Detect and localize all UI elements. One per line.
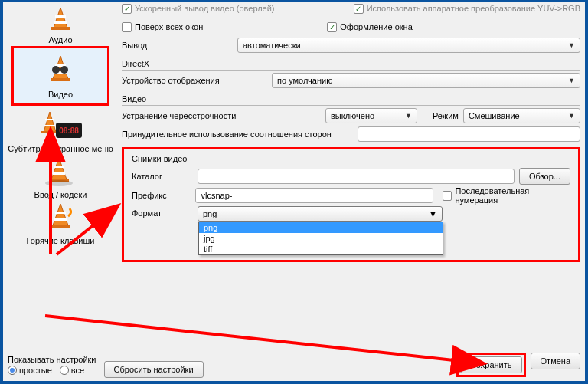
chevron-down-icon: ▼ — [405, 112, 412, 120]
input-snapshot-dir[interactable] — [198, 169, 514, 184]
preferences-sidebar: Аудио Видео 08:88 Субтитры / экранное ме… — [7, 2, 114, 245]
svg-text:08:88: 08:88 — [59, 126, 79, 135]
label-snapshot-dir: Каталог — [132, 172, 193, 181]
checkbox-window-decorations[interactable]: ✓Оформление окна — [327, 22, 412, 32]
chevron-down-icon: ▼ — [568, 112, 575, 120]
section-header-video: Видео — [122, 92, 580, 106]
sidebar-item-subtitles[interactable]: 08:88 Субтитры / экранное меню — [7, 107, 114, 153]
label-force-aspect: Принудительное использование соотношения… — [122, 130, 353, 139]
chevron-down-icon: ▼ — [568, 41, 575, 49]
svg-rect-13 — [44, 125, 55, 126]
svg-rect-19 — [53, 172, 65, 175]
sidebar-item-video[interactable]: Видео — [11, 46, 109, 106]
label-deinterlace-mode: Режим — [433, 111, 459, 120]
sidebar-item-label: Ввод / кодеки — [7, 190, 114, 199]
cone-icon — [44, 156, 77, 189]
group-video-snapshots: Снимки видео Каталог Обзор... Префикс vl… — [122, 147, 580, 262]
input-force-aspect[interactable] — [358, 126, 580, 142]
sidebar-item-audio[interactable]: Аудио — [7, 2, 114, 44]
svg-rect-18 — [54, 166, 64, 168]
select-value: автоматически — [243, 41, 301, 50]
dropdown-list: png jpg tiff — [198, 222, 443, 255]
cancel-button[interactable]: Отмена — [531, 353, 580, 369]
svg-rect-25 — [51, 225, 70, 228]
dropdown-option[interactable]: png — [199, 222, 443, 233]
input-value: vlcsnap- — [201, 191, 232, 200]
sidebar-item-label: Аудио — [7, 35, 114, 44]
select-value: Смешивание — [469, 111, 520, 120]
svg-rect-24 — [54, 218, 67, 221]
input-snapshot-prefix[interactable]: vlcsnap- — [195, 188, 433, 203]
group-header: Снимки видео — [132, 154, 570, 163]
chevron-down-icon: ▼ — [568, 77, 575, 84]
sidebar-item-label: Субтитры / экранное меню — [7, 144, 114, 153]
select-snapshot-format[interactable]: png ▼ png jpg tiff — [198, 206, 443, 222]
select-value: по умолчанию — [277, 76, 332, 85]
cone-icon — [47, 5, 74, 34]
main-panel: ✓Ускоренный вывод видео (оверлей) ✓Испол… — [122, 2, 580, 350]
sidebar-item-hotkeys[interactable]: Горячие клавиши — [7, 199, 114, 245]
checkbox-label: Использовать аппаратное преобразование Y… — [367, 4, 580, 13]
sidebar-item-label: Горячие клавиши — [7, 236, 114, 245]
label-snapshot-prefix: Префикс — [132, 191, 191, 200]
select-deinterlace[interactable]: выключено ▼ — [325, 108, 417, 123]
select-deinterlace-mode[interactable]: Смешивание ▼ — [463, 108, 580, 123]
checkbox-label: Последовательная нумерация — [455, 186, 570, 205]
label-show-settings: Показывать настройки — [8, 355, 96, 364]
sidebar-item-input-codecs[interactable]: Ввод / кодеки — [7, 153, 114, 199]
cone-icon — [45, 202, 76, 235]
select-value: png — [203, 209, 217, 218]
save-highlight: Сохранить — [456, 353, 526, 377]
cone-icon — [45, 53, 76, 88]
select-value: выключено — [331, 111, 374, 120]
radio-all-settings[interactable]: все — [60, 366, 84, 375]
chevron-down-icon: ▼ — [429, 209, 437, 218]
svg-rect-10 — [55, 68, 66, 70]
svg-rect-7 — [51, 78, 70, 81]
dropdown-option[interactable]: tiff — [199, 244, 443, 254]
checkbox-hw-conversion[interactable]: ✓Использовать аппаратное преобразование … — [354, 4, 580, 14]
svg-marker-11 — [44, 112, 56, 132]
label-output: Вывод — [122, 41, 233, 50]
cone-icon: 08:88 — [38, 110, 83, 143]
svg-marker-17 — [51, 158, 67, 179]
checkbox-sequential-numbering[interactable]: Последовательная нумерация — [443, 186, 570, 205]
svg-rect-3 — [51, 27, 70, 30]
reset-button[interactable]: Сбросить настройки — [104, 361, 204, 378]
dropdown-option[interactable]: jpg — [199, 233, 443, 244]
label-deinterlace: Устранение чересстрочности — [122, 111, 321, 120]
preferences-footer: Показывать настройки простые все Сбросит… — [8, 350, 580, 378]
select-display-device[interactable]: по умолчанию ▼ — [272, 73, 580, 88]
svg-rect-12 — [45, 119, 54, 120]
svg-rect-23 — [55, 212, 66, 214]
label-display-device: Устройство отображения — [122, 76, 267, 85]
checkbox-label: Ускоренный вывод видео (оверлей) — [135, 4, 275, 13]
browse-button[interactable]: Обзор... — [519, 168, 570, 185]
section-header-directx: DirectX — [122, 57, 580, 71]
checkbox-label: Оформление окна — [340, 22, 412, 31]
select-output[interactable]: автоматически ▼ — [237, 38, 580, 53]
svg-marker-22 — [53, 204, 68, 225]
radio-simple-settings[interactable]: простые — [8, 366, 52, 375]
checkbox-always-on-top[interactable]: Поверх всех окон — [122, 22, 203, 32]
svg-rect-2 — [54, 21, 67, 24]
label-snapshot-format: Формат — [132, 206, 193, 218]
sidebar-item-label: Видео — [14, 90, 107, 99]
save-button[interactable]: Сохранить — [460, 356, 522, 373]
checkbox-label: Поверх всех окон — [135, 22, 203, 31]
checkbox-accel-overlay[interactable]: ✓Ускоренный вывод видео (оверлей) — [122, 4, 275, 14]
svg-rect-14 — [41, 131, 58, 133]
svg-point-21 — [45, 180, 73, 186]
svg-rect-1 — [55, 15, 66, 18]
